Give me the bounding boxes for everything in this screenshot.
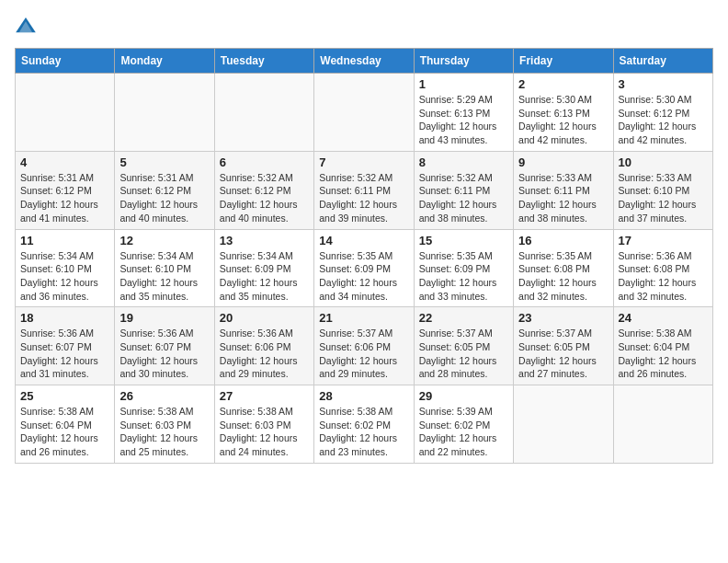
day-number: 8 xyxy=(419,155,508,169)
weekday-header-thursday: Thursday xyxy=(414,49,513,74)
calendar-cell: 13Sunrise: 5:34 AM Sunset: 6:09 PM Dayli… xyxy=(214,229,313,307)
day-number: 15 xyxy=(419,234,508,247)
day-info: Sunrise: 5:35 AM Sunset: 6:09 PM Dayligh… xyxy=(419,249,508,304)
day-info: Sunrise: 5:33 AM Sunset: 6:10 PM Dayligh… xyxy=(619,171,708,225)
day-number: 2 xyxy=(518,77,608,91)
calendar-cell: 22Sunrise: 5:37 AM Sunset: 6:05 PM Dayli… xyxy=(414,307,513,385)
day-number: 28 xyxy=(319,389,408,403)
day-info: Sunrise: 5:32 AM Sunset: 6:11 PM Dayligh… xyxy=(419,171,508,225)
calendar-cell: 9Sunrise: 5:33 AM Sunset: 6:11 PM Daylig… xyxy=(514,151,613,229)
day-number: 11 xyxy=(20,234,109,247)
calendar-cell: 5Sunrise: 5:31 AM Sunset: 6:12 PM Daylig… xyxy=(115,151,214,229)
weekday-header-tuesday: Tuesday xyxy=(214,49,313,74)
calendar-cell: 11Sunrise: 5:34 AM Sunset: 6:10 PM Dayli… xyxy=(16,229,115,307)
calendar-cell: 8Sunrise: 5:32 AM Sunset: 6:11 PM Daylig… xyxy=(414,151,513,229)
day-info: Sunrise: 5:31 AM Sunset: 6:12 PM Dayligh… xyxy=(119,171,209,225)
calendar-table: SundayMondayTuesdayWednesdayThursdayFrid… xyxy=(15,48,713,464)
calendar-cell xyxy=(16,74,115,152)
day-number: 9 xyxy=(518,155,608,169)
calendar-body: 1Sunrise: 5:29 AM Sunset: 6:13 PM Daylig… xyxy=(16,74,713,464)
day-number: 24 xyxy=(619,311,708,325)
calendar-week-row: 11Sunrise: 5:34 AM Sunset: 6:10 PM Dayli… xyxy=(16,229,713,307)
calendar-week-row: 18Sunrise: 5:36 AM Sunset: 6:07 PM Dayli… xyxy=(16,307,713,385)
generalblue-logo-icon xyxy=(15,15,37,37)
day-number: 22 xyxy=(419,311,508,325)
calendar-cell: 21Sunrise: 5:37 AM Sunset: 6:06 PM Dayli… xyxy=(314,307,414,385)
day-info: Sunrise: 5:31 AM Sunset: 6:12 PM Dayligh… xyxy=(20,171,109,225)
day-number: 19 xyxy=(119,311,209,325)
day-info: Sunrise: 5:34 AM Sunset: 6:10 PM Dayligh… xyxy=(119,249,209,304)
day-info: Sunrise: 5:38 AM Sunset: 6:03 PM Dayligh… xyxy=(220,405,309,459)
day-info: Sunrise: 5:32 AM Sunset: 6:12 PM Dayligh… xyxy=(220,171,309,225)
day-number: 13 xyxy=(220,234,309,247)
calendar-cell: 20Sunrise: 5:36 AM Sunset: 6:06 PM Dayli… xyxy=(214,307,313,385)
day-number: 5 xyxy=(119,155,209,169)
weekday-header-row: SundayMondayTuesdayWednesdayThursdayFrid… xyxy=(16,49,713,74)
day-number: 18 xyxy=(20,311,109,325)
calendar-cell xyxy=(514,385,613,464)
day-info: Sunrise: 5:35 AM Sunset: 6:09 PM Dayligh… xyxy=(319,249,408,304)
calendar-week-row: 4Sunrise: 5:31 AM Sunset: 6:12 PM Daylig… xyxy=(16,151,713,229)
logo xyxy=(15,15,40,37)
day-info: Sunrise: 5:36 AM Sunset: 6:06 PM Dayligh… xyxy=(220,327,309,381)
day-number: 25 xyxy=(20,389,109,403)
day-number: 17 xyxy=(619,234,708,247)
day-info: Sunrise: 5:39 AM Sunset: 6:02 PM Dayligh… xyxy=(419,405,508,459)
day-info: Sunrise: 5:37 AM Sunset: 6:05 PM Dayligh… xyxy=(419,327,508,381)
calendar-cell xyxy=(314,74,414,152)
day-info: Sunrise: 5:38 AM Sunset: 6:02 PM Dayligh… xyxy=(319,405,408,459)
day-info: Sunrise: 5:36 AM Sunset: 6:08 PM Dayligh… xyxy=(619,249,708,304)
weekday-header-saturday: Saturday xyxy=(613,49,712,74)
calendar-cell xyxy=(613,385,712,464)
calendar-week-row: 25Sunrise: 5:38 AM Sunset: 6:04 PM Dayli… xyxy=(16,385,713,464)
day-number: 27 xyxy=(220,389,309,403)
calendar-cell: 27Sunrise: 5:38 AM Sunset: 6:03 PM Dayli… xyxy=(214,385,313,464)
day-number: 23 xyxy=(518,311,608,325)
day-number: 29 xyxy=(419,389,508,403)
day-number: 3 xyxy=(619,77,708,91)
calendar-cell: 18Sunrise: 5:36 AM Sunset: 6:07 PM Dayli… xyxy=(16,307,115,385)
day-info: Sunrise: 5:32 AM Sunset: 6:11 PM Dayligh… xyxy=(319,171,408,225)
day-info: Sunrise: 5:34 AM Sunset: 6:09 PM Dayligh… xyxy=(220,249,309,304)
calendar-cell: 2Sunrise: 5:30 AM Sunset: 6:13 PM Daylig… xyxy=(514,74,613,152)
weekday-header-monday: Monday xyxy=(115,49,214,74)
day-info: Sunrise: 5:30 AM Sunset: 6:13 PM Dayligh… xyxy=(518,93,608,147)
weekday-header-sunday: Sunday xyxy=(16,49,115,74)
page-header xyxy=(15,15,713,37)
day-info: Sunrise: 5:36 AM Sunset: 6:07 PM Dayligh… xyxy=(119,327,209,381)
day-info: Sunrise: 5:38 AM Sunset: 6:04 PM Dayligh… xyxy=(619,327,708,381)
day-number: 4 xyxy=(20,155,109,169)
weekday-header-friday: Friday xyxy=(514,49,613,74)
day-number: 12 xyxy=(119,234,209,247)
calendar-cell: 25Sunrise: 5:38 AM Sunset: 6:04 PM Dayli… xyxy=(16,385,115,464)
calendar-cell: 7Sunrise: 5:32 AM Sunset: 6:11 PM Daylig… xyxy=(314,151,414,229)
calendar-week-row: 1Sunrise: 5:29 AM Sunset: 6:13 PM Daylig… xyxy=(16,74,713,152)
calendar-cell: 15Sunrise: 5:35 AM Sunset: 6:09 PM Dayli… xyxy=(414,229,513,307)
day-info: Sunrise: 5:37 AM Sunset: 6:05 PM Dayligh… xyxy=(518,327,608,381)
calendar-cell: 14Sunrise: 5:35 AM Sunset: 6:09 PM Dayli… xyxy=(314,229,414,307)
day-number: 14 xyxy=(319,234,408,247)
calendar-cell: 3Sunrise: 5:30 AM Sunset: 6:12 PM Daylig… xyxy=(613,74,712,152)
calendar-cell: 28Sunrise: 5:38 AM Sunset: 6:02 PM Dayli… xyxy=(314,385,414,464)
day-number: 10 xyxy=(619,155,708,169)
calendar-cell: 24Sunrise: 5:38 AM Sunset: 6:04 PM Dayli… xyxy=(613,307,712,385)
calendar-cell xyxy=(214,74,313,152)
calendar-cell: 17Sunrise: 5:36 AM Sunset: 6:08 PM Dayli… xyxy=(613,229,712,307)
day-info: Sunrise: 5:29 AM Sunset: 6:13 PM Dayligh… xyxy=(419,93,508,147)
day-info: Sunrise: 5:34 AM Sunset: 6:10 PM Dayligh… xyxy=(20,249,109,304)
day-info: Sunrise: 5:33 AM Sunset: 6:11 PM Dayligh… xyxy=(518,171,608,225)
day-number: 6 xyxy=(220,155,309,169)
calendar-cell: 29Sunrise: 5:39 AM Sunset: 6:02 PM Dayli… xyxy=(414,385,513,464)
calendar-cell: 19Sunrise: 5:36 AM Sunset: 6:07 PM Dayli… xyxy=(115,307,214,385)
calendar-cell: 4Sunrise: 5:31 AM Sunset: 6:12 PM Daylig… xyxy=(16,151,115,229)
day-number: 16 xyxy=(518,234,608,247)
day-info: Sunrise: 5:30 AM Sunset: 6:12 PM Dayligh… xyxy=(619,93,708,147)
calendar-cell: 1Sunrise: 5:29 AM Sunset: 6:13 PM Daylig… xyxy=(414,74,513,152)
calendar-cell: 16Sunrise: 5:35 AM Sunset: 6:08 PM Dayli… xyxy=(514,229,613,307)
day-number: 7 xyxy=(319,155,408,169)
calendar-cell: 10Sunrise: 5:33 AM Sunset: 6:10 PM Dayli… xyxy=(613,151,712,229)
day-number: 21 xyxy=(319,311,408,325)
day-info: Sunrise: 5:38 AM Sunset: 6:03 PM Dayligh… xyxy=(119,405,209,459)
weekday-header-wednesday: Wednesday xyxy=(314,49,414,74)
calendar-cell: 12Sunrise: 5:34 AM Sunset: 6:10 PM Dayli… xyxy=(115,229,214,307)
